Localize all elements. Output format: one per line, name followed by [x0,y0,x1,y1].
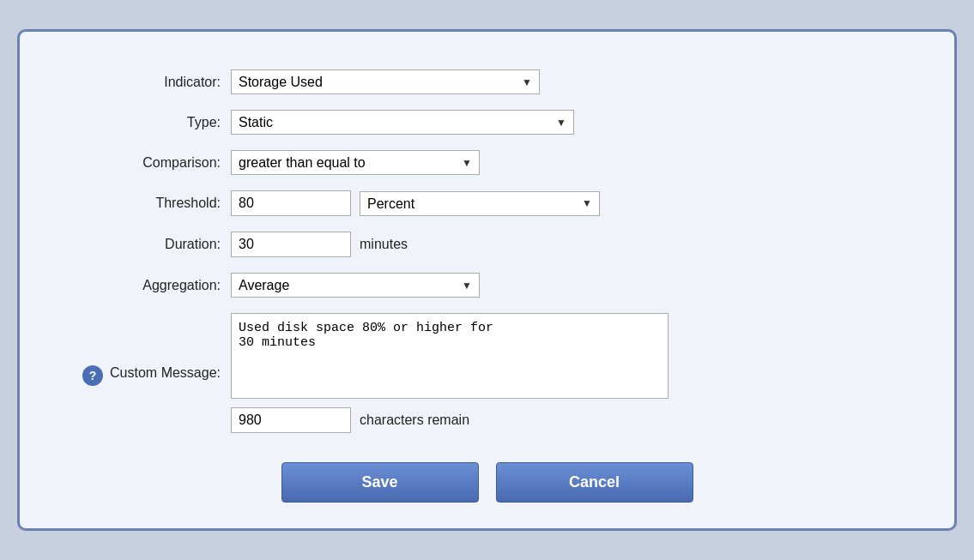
duration-input[interactable] [231,232,351,257]
custom-message-textarea[interactable]: Used disk space 80% or higher for 30 min… [231,313,668,399]
comparison-control: greater than equal to greater than less … [226,147,920,178]
duration-label: Duration: [54,228,226,261]
aggregation-control: Average Max Min Sum ▼ [226,269,920,301]
type-label: Type: [54,106,226,138]
form-table: Indicator: Storage Used CPU Usage Memory… [54,57,920,445]
aggregation-label: Aggregation: [54,269,226,301]
comparison-label: Comparison: [54,147,226,178]
indicator-label: Indicator: [54,66,226,98]
custom-message-label-wrapper: ? Custom Message: [59,360,221,386]
custom-message-label-cell: ? Custom Message: [54,310,226,437]
threshold-row: Threshold: Percent Absolute ▼ [54,187,920,220]
duration-inputs: minutes [231,232,915,257]
aggregation-row: Aggregation: Average Max Min Sum ▼ [54,269,920,301]
indicator-control: Storage Used CPU Usage Memory Used Netwo… [226,66,920,98]
indicator-row: Indicator: Storage Used CPU Usage Memory… [54,66,920,98]
chars-remain-label: characters remain [360,412,469,428]
comparison-row: Comparison: greater than equal to greate… [54,147,920,178]
threshold-unit-select[interactable]: Percent Absolute [360,192,599,215]
duration-row: Duration: minutes [54,228,920,261]
aggregation-select[interactable]: Average Max Min Sum [232,274,479,297]
duration-unit-label: minutes [360,237,408,252]
type-control: Static Dynamic ▼ [226,106,920,138]
cancel-button[interactable]: Cancel [496,462,693,503]
threshold-unit-select-wrapper[interactable]: Percent Absolute ▼ [360,191,600,216]
indicator-select-wrapper[interactable]: Storage Used CPU Usage Memory Used Netwo… [231,69,540,94]
custom-message-label: Custom Message: [110,365,221,381]
type-select-wrapper[interactable]: Static Dynamic ▼ [231,110,574,135]
char-count-input[interactable] [231,407,351,433]
type-row: Type: Static Dynamic ▼ [54,106,920,138]
help-icon[interactable]: ? [82,365,103,386]
dialog-container: Indicator: Storage Used CPU Usage Memory… [17,29,957,531]
custom-message-control: Used disk space 80% or higher for 30 min… [226,310,920,437]
threshold-inputs: Percent Absolute ▼ [231,190,915,216]
threshold-control: Percent Absolute ▼ [226,187,920,220]
threshold-input[interactable] [231,190,351,216]
type-select[interactable]: Static Dynamic [232,111,573,134]
indicator-select[interactable]: Storage Used CPU Usage Memory Used Netwo… [232,70,539,93]
duration-control: minutes [226,228,920,261]
custom-message-row: ? Custom Message: Used disk space 80% or… [54,310,920,437]
char-count-row: characters remain [231,407,915,433]
comparison-select-wrapper[interactable]: greater than equal to greater than less … [231,150,480,175]
aggregation-select-wrapper[interactable]: Average Max Min Sum ▼ [231,273,480,298]
save-button[interactable]: Save [281,462,479,503]
button-row: Save Cancel [54,462,920,503]
threshold-label: Threshold: [54,187,226,220]
comparison-select[interactable]: greater than equal to greater than less … [232,151,479,174]
